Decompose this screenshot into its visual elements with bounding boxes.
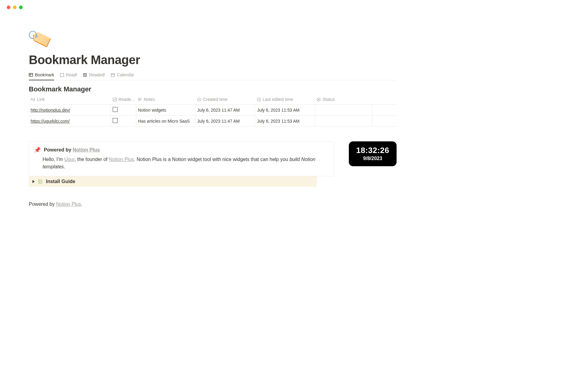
column-header-readed[interactable]: Reade… (111, 94, 136, 105)
page-title[interactable]: Bookmark Manager (29, 53, 397, 67)
notes-cell[interactable]: Has articles on Micro SaaS (136, 116, 195, 127)
bookmark-table: Aa Link Reade… (29, 94, 396, 127)
powered-by-callout: 📌 Powered by Notion Plus Hello, I'm Ugur… (29, 141, 334, 176)
checkbox-empty-icon (60, 73, 64, 77)
table-row[interactable]: http://notionplus.dev/ Notion widgets Ju… (29, 105, 396, 116)
clock-icon (197, 98, 201, 102)
tab-label: Read! (66, 72, 77, 77)
link-cell[interactable]: https://ugurkilci.com/ (31, 119, 70, 124)
status-cell[interactable] (315, 105, 372, 116)
view-tabs: Bookmark Read! Readed! Calendar (29, 72, 397, 80)
svg-rect-5 (111, 74, 115, 77)
checkbox-property-icon (113, 98, 117, 102)
ugur-link[interactable]: Ugur (64, 157, 75, 162)
column-header-lastedited[interactable]: Last edited time (255, 94, 315, 105)
column-header-created[interactable]: Created time (195, 94, 255, 105)
window-close-button[interactable] (7, 6, 10, 9)
svg-rect-7 (113, 98, 116, 101)
column-header-link[interactable]: Aa Link (29, 94, 111, 105)
calendar-icon (111, 73, 115, 77)
footer-notion-plus-link[interactable]: Notion Plus (56, 201, 81, 207)
clock-date: 9/8/2023 (356, 156, 390, 161)
install-guide-toggle[interactable]: 📗 Install Guide (29, 176, 317, 187)
footer-text: Powered by Notion Plus. (29, 201, 397, 207)
tab-label: Bookmark (35, 72, 54, 77)
tab-label: Readed! (89, 72, 105, 77)
pin-icon: 📌 (34, 147, 41, 153)
checkbox-checked-icon (83, 73, 87, 77)
status-property-icon (317, 98, 321, 102)
tab-label: Calendar (117, 72, 134, 77)
column-header-notes[interactable]: Notes (136, 94, 195, 105)
page-icon[interactable]: 🏷️ (26, 24, 55, 52)
notion-plus-link[interactable]: Notion Plus (73, 147, 100, 152)
created-cell: July 6, 2023 11:47 AM (195, 116, 255, 127)
tab-calendar[interactable]: Calendar (111, 72, 134, 80)
window-controls (0, 0, 425, 9)
callout-body: Hello, I'm Ugur, the founder of Notion P… (34, 156, 329, 171)
tab-bookmark[interactable]: Bookmark (29, 72, 54, 80)
readed-checkbox[interactable] (113, 118, 118, 123)
notion-plus-link-inline[interactable]: Notion Plus (109, 157, 134, 162)
column-add[interactable] (372, 94, 396, 105)
svg-rect-3 (60, 73, 64, 77)
database-title[interactable]: Bookmark Manager (29, 85, 397, 93)
book-icon: 📗 (38, 179, 43, 184)
created-cell: July 6, 2023 11:47 AM (195, 105, 255, 116)
window-minimize-button[interactable] (13, 6, 17, 9)
lastedited-cell: July 6, 2023 11:53 AM (255, 116, 315, 127)
table-row[interactable]: https://ugurkilci.com/ Has articles on M… (29, 116, 396, 127)
clock-time: 18:32:26 (356, 146, 390, 155)
column-header-status[interactable]: Status (315, 94, 372, 105)
link-cell[interactable]: http://notionplus.dev/ (31, 108, 70, 113)
clock-icon (257, 98, 261, 102)
tab-read[interactable]: Read! (60, 72, 77, 80)
svg-point-14 (318, 99, 319, 100)
callout-title: Powered by Notion Plus (44, 147, 100, 153)
install-guide-label: Install Guide (46, 179, 75, 184)
notes-cell[interactable]: Notion widgets (136, 105, 195, 116)
tab-readed[interactable]: Readed! (83, 72, 105, 80)
readed-checkbox[interactable] (113, 107, 118, 112)
text-property-icon (138, 98, 142, 102)
table-icon (29, 73, 33, 77)
svg-rect-0 (29, 73, 33, 76)
toggle-triangle-icon[interactable] (32, 180, 35, 183)
clock-widget: 18:32:26 9/8/2023 (349, 141, 397, 166)
status-cell[interactable] (315, 116, 372, 127)
svg-rect-4 (83, 73, 87, 77)
title-property-icon: Aa (31, 97, 35, 102)
window-maximize-button[interactable] (19, 6, 23, 9)
lastedited-cell: July 6, 2023 11:53 AM (255, 105, 315, 116)
